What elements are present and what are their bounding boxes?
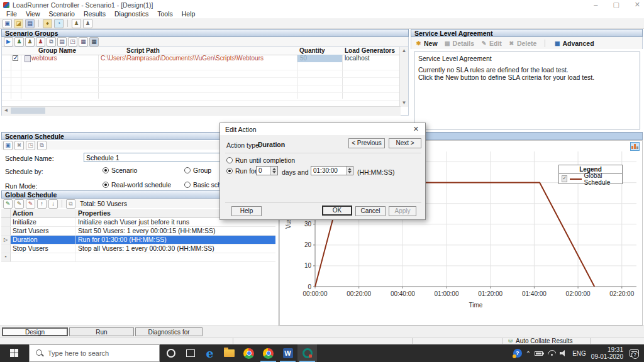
menu-file[interactable]: File (2, 10, 21, 18)
edit-action-icon[interactable]: ✎ (14, 199, 24, 209)
chrome-button-2[interactable] (258, 344, 278, 362)
maximize-button[interactable]: ▢ (613, 1, 619, 8)
help-tray-icon[interactable]: ? (513, 349, 522, 358)
legend-entry-global-schedule[interactable]: ✓ Global Schedule (559, 174, 622, 184)
sla-new-button[interactable]: ✱ New (415, 40, 438, 47)
file-explorer-button[interactable] (219, 344, 239, 362)
scroll-up-icon[interactable]: ▲ (400, 47, 408, 55)
spin-down-icon[interactable] (347, 171, 353, 175)
edge-button[interactable]: e (200, 344, 219, 362)
start-button[interactable] (0, 344, 29, 362)
rename-schedule-icon[interactable]: ◳ (26, 141, 35, 150)
sla-edit-button[interactable]: ✎ Edit (480, 40, 502, 47)
word-button[interactable]: W (278, 344, 297, 362)
load-generators-icon[interactable]: ◔ (54, 19, 64, 28)
task-view-button[interactable] (180, 344, 200, 362)
legend-checkbox-icon[interactable]: ✓ (562, 175, 567, 182)
horizontal-scrollbar[interactable]: ◄ (2, 106, 401, 115)
col-script-path[interactable]: Script Path (126, 47, 160, 54)
delete-action-icon[interactable]: ✎ (26, 199, 35, 209)
move-down-icon[interactable]: ↓ (48, 199, 58, 209)
taskbar-search[interactable]: Type here to search (29, 344, 160, 362)
tab-design[interactable]: Design (2, 327, 68, 336)
script-details-icon[interactable]: ▤ (57, 37, 67, 47)
duplicate-schedule-icon[interactable]: ⧉ (37, 141, 47, 150)
days-spinner[interactable]: 0 (256, 166, 278, 175)
script-path-cell[interactable]: C:\Users\Ramprasad\Documents\VuGen\Scrip… (101, 55, 264, 62)
add-action-icon[interactable]: ✎ (3, 199, 13, 209)
sla-details-button[interactable]: ▤ Details (444, 40, 474, 47)
tab-run[interactable]: Run (69, 327, 134, 336)
chrome-button[interactable] (239, 344, 258, 362)
notification-center-icon[interactable]: 2 (630, 349, 639, 357)
scrollbar-thumb[interactable] (11, 107, 45, 114)
cortana-button[interactable] (161, 344, 180, 362)
menu-tools[interactable]: Tools (153, 10, 177, 18)
copy-group-icon[interactable]: ⧉ (47, 37, 56, 47)
schedule-action-row[interactable]: ▷DurationRun for 01:30:00 (HH:MM:SS) (1, 236, 275, 244)
taskbar-clock[interactable]: 19:31 09-01-2020 (591, 346, 623, 360)
add-group-icon[interactable]: ♟ (14, 37, 24, 47)
spin-down-icon[interactable] (271, 171, 277, 175)
help-button[interactable]: Help (231, 206, 262, 216)
tray-expand-icon[interactable]: ⌃ (526, 350, 531, 357)
close-button[interactable]: ✕ (635, 1, 640, 8)
vuser-tools-icon[interactable]: ♦ (43, 19, 52, 28)
quantity-cell[interactable]: 50 (297, 55, 342, 62)
tab-diagnostics[interactable]: Diagnostics for J2EE/.NET (135, 327, 203, 336)
col-load-generators[interactable]: Load Generators (345, 47, 395, 54)
open-scenario-icon[interactable]: ◪ (14, 19, 23, 28)
load-generators-cell[interactable]: localhost (345, 55, 369, 62)
sla-advanced-button[interactable]: ▦ Advanced (553, 40, 594, 47)
vuser-icon[interactable]: ♟ (72, 19, 81, 28)
menu-diagnostics[interactable]: Diagnostics (110, 10, 153, 18)
col-action[interactable]: Action (11, 209, 75, 217)
run-for-radio[interactable]: Run for (226, 167, 257, 175)
new-scenario-icon[interactable]: ▣ (3, 19, 12, 28)
new-action-row[interactable]: * (1, 253, 275, 262)
group-enabled-checkbox[interactable] (13, 55, 18, 61)
run-mode-real-world-radio[interactable]: Real-world schedule (103, 181, 171, 189)
new-schedule-icon[interactable]: ▣ (3, 141, 13, 150)
copy-schedule-icon[interactable]: ⧉ (66, 199, 75, 209)
col-quantity[interactable]: Quantity (299, 47, 325, 54)
vertical-scrollbar[interactable]: ▲ ▼ (399, 47, 408, 107)
menu-view[interactable]: View (21, 10, 45, 18)
scroll-left-icon[interactable]: ◄ (2, 107, 10, 114)
schedule-by-scenario-radio[interactable]: Scenario (103, 167, 137, 174)
remove-group-icon[interactable]: ♟ (36, 37, 45, 47)
vusers-view-icon[interactable]: ▦ (79, 37, 88, 47)
col-group-name[interactable]: Group Name (38, 47, 76, 54)
run-until-completion-radio[interactable]: Run until completion (226, 156, 295, 164)
cancel-button[interactable]: Cancel (355, 206, 386, 216)
edit-group-icon[interactable]: ♟ (25, 37, 35, 47)
start-group-icon[interactable]: ▶ (4, 37, 13, 47)
loadrunner-taskbar-button[interactable] (297, 344, 317, 362)
menu-scenario[interactable]: Scenario (45, 10, 79, 18)
next-button[interactable]: Next > (389, 138, 421, 148)
auto-collate-status[interactable]: ⛁ Auto Collate Results (507, 337, 573, 344)
volume-icon[interactable] (560, 350, 567, 356)
dialog-close-icon[interactable]: ✕ (413, 125, 419, 133)
menu-results[interactable]: Results (79, 10, 110, 18)
minimize-button[interactable]: – (594, 1, 597, 8)
group-icon[interactable]: ♟ (83, 19, 92, 28)
language-indicator[interactable]: ENG (572, 350, 586, 357)
save-scenario-icon[interactable]: ▤ (25, 19, 35, 28)
grid-view-icon[interactable]: ▦ (89, 37, 99, 47)
wifi-icon[interactable] (548, 350, 556, 356)
previous-button[interactable]: < Previous (348, 138, 385, 148)
graph-options-button[interactable] (630, 142, 640, 151)
schedule-action-row[interactable]: Start VusersStart 50 Vusers: 1 every 00:… (1, 227, 275, 236)
group-row-webtours[interactable]: webtours C:\Users\Ramprasad\Documents\Vu… (2, 55, 401, 62)
group-name-cell[interactable]: webtours (31, 55, 57, 62)
battery-icon[interactable] (535, 351, 543, 356)
dialog-title-bar[interactable]: Edit Action ✕ (220, 123, 425, 135)
delete-schedule-icon[interactable]: ✖ (14, 141, 24, 150)
schedule-action-row[interactable]: Stop VusersStop all Vusers: 1 every 00:0… (1, 244, 275, 253)
scroll-down-icon[interactable]: ▼ (400, 99, 408, 107)
rename-script-icon[interactable]: ◳ (68, 37, 77, 47)
apply-button[interactable]: Apply (389, 206, 416, 216)
schedule-by-group-radio[interactable]: Group (184, 167, 211, 174)
move-up-icon[interactable]: ↑ (37, 199, 47, 209)
